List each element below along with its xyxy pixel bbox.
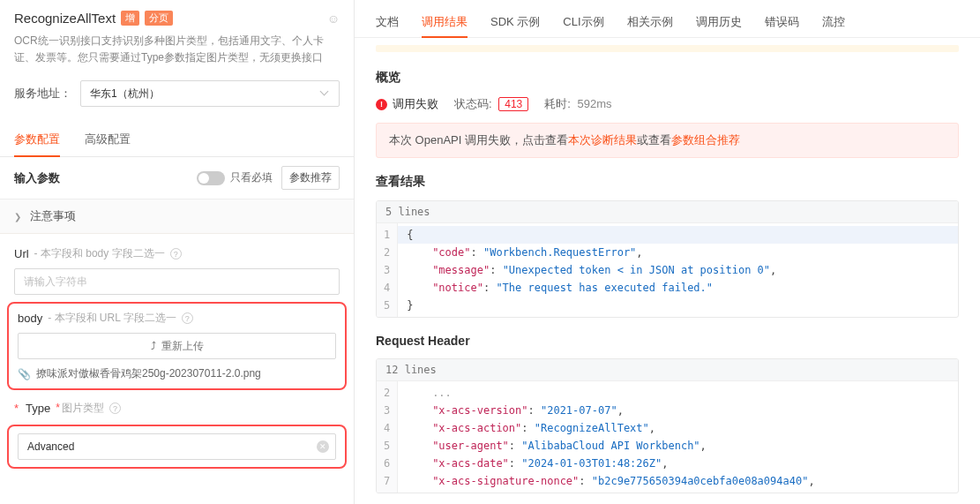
- help-icon[interactable]: ?: [182, 312, 193, 324]
- face-icon[interactable]: ☺: [327, 11, 340, 26]
- header-lines-label: 12 lines: [377, 359, 958, 381]
- tab-advanced-config[interactable]: 高级配置: [85, 123, 131, 156]
- overview-heading: 概览: [376, 70, 959, 86]
- status-code-value: 413: [498, 97, 528, 111]
- right-tab[interactable]: SDK 示例: [490, 7, 540, 37]
- service-address-select[interactable]: 华东1（杭州）: [80, 80, 340, 107]
- right-tab[interactable]: 文档: [376, 7, 399, 37]
- input-params-heading: 输入参数: [14, 170, 60, 186]
- right-tab[interactable]: 流控: [822, 7, 845, 37]
- url-input[interactable]: [14, 268, 340, 295]
- right-tab[interactable]: CLI示例: [563, 7, 603, 37]
- body-label: body: [18, 312, 42, 325]
- type-input[interactable]: [18, 433, 336, 460]
- body-highlight-box: body - 本字段和 URL 字段二选一 ? ⤴ 重新上传 📎 撩味派对傲椒香…: [7, 302, 347, 390]
- param-combo-link[interactable]: 参数组合推荐: [671, 133, 740, 147]
- chevron-down-icon: [321, 91, 330, 96]
- body-hint: - 本字段和 URL 字段二选一: [48, 311, 176, 326]
- type-label: Type: [26, 402, 50, 415]
- request-header-heading: Request Header: [376, 334, 959, 348]
- reupload-button[interactable]: ⤴ 重新上传: [18, 333, 336, 359]
- only-required-toggle[interactable]: [197, 171, 225, 185]
- elapsed-label: 耗时:: [544, 97, 571, 110]
- left-panel: RecognizeAllText 增 分页 ☺ OCR统一识别接口支持识别多种图…: [0, 0, 355, 504]
- result-code-block: 5 lines 12345 { "code": "Workbench.Reque…: [376, 200, 959, 318]
- warning-strip: [376, 45, 959, 52]
- service-address-value: 华东1（杭州）: [90, 87, 160, 102]
- tag-page: 分页: [145, 11, 173, 26]
- param-recommend-button[interactable]: 参数推荐: [281, 166, 340, 190]
- right-panel: 文档调用结果SDK 示例CLI示例相关示例调用历史错误码流控 概览 ! 调用失败…: [355, 0, 980, 504]
- elapsed-value: 592ms: [578, 97, 612, 110]
- clear-icon[interactable]: ✕: [317, 440, 329, 453]
- type-hint: 图片类型: [62, 402, 104, 414]
- right-tab[interactable]: 错误码: [765, 7, 799, 37]
- help-icon[interactable]: ?: [170, 248, 182, 260]
- call-failed-text: 调用失败: [393, 96, 438, 112]
- uploaded-filename: 撩味派对傲椒香骨鸡架250g-202307011-2.0.png: [36, 366, 261, 381]
- diagnosis-link[interactable]: 本次诊断结果: [568, 133, 637, 147]
- service-address-label: 服务地址：: [14, 86, 71, 102]
- api-title: RecognizeAllText: [14, 11, 116, 26]
- header-code-block: 12 lines 234567 ... "x-acs-version": "20…: [376, 358, 959, 493]
- paperclip-icon: 📎: [18, 368, 31, 380]
- right-tab[interactable]: 调用历史: [696, 7, 742, 37]
- status-code-label: 状态码:: [454, 97, 492, 110]
- chevron-right-icon: ❯: [14, 212, 21, 222]
- result-lines-label: 5 lines: [377, 201, 958, 223]
- view-result-heading: 查看结果: [376, 174, 959, 190]
- tab-param-config[interactable]: 参数配置: [14, 123, 60, 156]
- url-hint: - 本字段和 body 字段二选一: [34, 246, 165, 261]
- help-icon[interactable]: ?: [109, 402, 121, 414]
- tag-new: 增: [121, 11, 139, 26]
- required-star-icon: *: [14, 402, 19, 415]
- left-tabs: 参数配置 高级配置: [0, 123, 354, 157]
- error-icon: !: [376, 99, 387, 110]
- right-tab[interactable]: 调用结果: [422, 7, 468, 37]
- url-label: Url: [14, 247, 29, 260]
- upload-icon: ⤴: [151, 340, 156, 352]
- right-tab[interactable]: 相关示例: [627, 7, 673, 37]
- type-highlight-box: ✕: [7, 425, 347, 469]
- api-description: OCR统一识别接口支持识别多种图片类型，包括通用文字、个人卡证、发票等。您只需要…: [14, 33, 340, 66]
- notice-accordion[interactable]: ❯ 注意事项: [0, 199, 354, 234]
- only-required-label: 只看必填: [230, 170, 273, 185]
- notice-title: 注意事项: [30, 208, 76, 224]
- right-tabs: 文档调用结果SDK 示例CLI示例相关示例调用历史错误码流控: [355, 0, 980, 38]
- failure-alert: 本次 OpenAPI 调用失败，点击查看本次诊断结果或查看参数组合推荐: [376, 123, 959, 158]
